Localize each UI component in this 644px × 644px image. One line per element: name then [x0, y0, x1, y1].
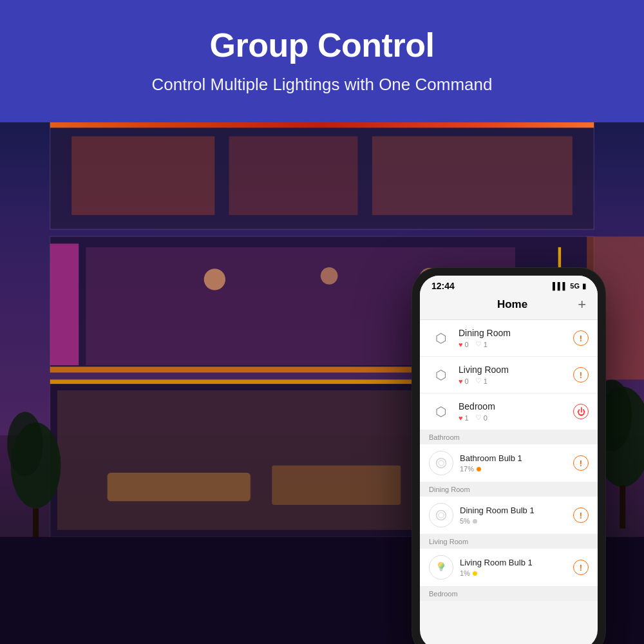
svg-point-27 [439, 460, 444, 466]
dining-bulb-item[interactable]: Dining Room Bulb 1 5% ! [420, 497, 598, 535]
red-dot-icon: ♥ [459, 341, 463, 348]
signal-icon: ▌▌▌ [553, 282, 567, 290]
living-bulb-icon [429, 555, 453, 580]
svg-rect-1 [50, 122, 594, 128]
nav-title: Home [497, 298, 527, 311]
dining-bulb-name: Dining Room Bulb 1 [460, 506, 573, 515]
living-red-count: 0 [465, 377, 469, 385]
svg-point-8 [204, 269, 225, 290]
living-bulb-name: Living Room Bulb 1 [460, 558, 573, 567]
living-status-dot [473, 571, 477, 576]
svg-rect-4 [372, 137, 573, 215]
bedroom-power-button[interactable]: ⏻ [573, 404, 589, 419]
room-item-living[interactable]: ⬡ Living Room ♥ 0 ♡ [420, 357, 598, 393]
dining-stat-red: ♥ 0 [459, 340, 469, 348]
dining-room-name: Dining Room [459, 328, 573, 338]
phone-screen: 12:44 ▌▌▌ 5G ▮ Home + [420, 276, 598, 644]
page-wrapper: Group Control Control Multiple Lightings… [0, 0, 644, 644]
dining-room-alert-button[interactable]: ! [573, 330, 589, 346]
svg-rect-3 [229, 137, 358, 215]
gray-dot-icon2: ♡ [475, 377, 482, 385]
svg-rect-6 [50, 243, 79, 365]
bedroom-gray-count: 0 [484, 414, 488, 422]
living-gray-count: 1 [484, 377, 488, 385]
phone-body: 12:44 ▌▌▌ 5G ▮ Home + [412, 268, 605, 644]
dining-gray-count: 1 [484, 341, 488, 348]
svg-rect-22 [620, 486, 625, 529]
dining-bulb-info: Dining Room Bulb 1 5% [460, 506, 573, 525]
gray-dot-icon: ♡ [475, 340, 482, 348]
gray-dot-icon3: ♡ [475, 413, 482, 422]
bedroom-stat-gray: ♡ 0 [475, 413, 488, 422]
living-stat-gray: ♡ 1 [475, 377, 488, 385]
status-time: 12:44 [431, 281, 455, 291]
living-bulb-status: 1% [460, 569, 573, 577]
house-section: 12:44 ▌▌▌ 5G ▮ Home + [0, 122, 644, 644]
living-room-stats: ♥ 0 ♡ 1 [459, 377, 573, 385]
dining-stat-gray: ♡ 1 [475, 340, 488, 348]
bulb-outline-svg [435, 457, 448, 469]
living-bulb-item[interactable]: Living Room Bulb 1 1% ! [420, 549, 598, 587]
svg-point-29 [439, 513, 444, 518]
phone-mockup: 12:44 ▌▌▌ 5G ▮ Home + [412, 268, 605, 644]
bathroom-section-header: Bathroom [420, 430, 598, 444]
bedroom-red-count: 1 [465, 414, 469, 422]
bathroom-bulb-status: 17% [460, 465, 573, 473]
header-section: Group Control Control Multiple Lightings… [0, 0, 644, 114]
bedroom-name: Bedroom [459, 401, 573, 412]
bedroom-info: Bedroom ♥ 1 ♡ 0 [459, 401, 573, 422]
svg-point-28 [437, 511, 446, 520]
bedroom-section-header: Bedroom [420, 587, 598, 601]
svg-rect-30 [440, 569, 443, 571]
bathroom-status-dot [477, 467, 481, 471]
dining-room-stats: ♥ 0 ♡ 1 [459, 340, 573, 348]
dining-bulb-percent: 5% [460, 517, 470, 525]
room-item-bedroom[interactable]: ⬡ Bedroom ♥ 1 ♡ [420, 393, 598, 430]
room-item-dining[interactable]: ⬡ Dining Room ♥ 0 ♡ [420, 320, 598, 357]
svg-rect-15 [108, 473, 251, 501]
dining-red-count: 0 [465, 341, 469, 348]
living-bulb-percent: 1% [460, 569, 470, 577]
room-list: ⬡ Dining Room ♥ 0 ♡ [420, 320, 598, 430]
dining-room-info: Dining Room ♥ 0 ♡ 1 [459, 328, 573, 348]
red-dot-icon3: ♥ [459, 414, 463, 422]
bathroom-bulb-alert[interactable]: ! [573, 455, 589, 471]
network-label: 5G [570, 282, 580, 290]
bathroom-bulb-icon [429, 451, 453, 475]
living-bulb-svg [435, 561, 448, 574]
living-bulb-info: Living Room Bulb 1 1% [460, 558, 573, 577]
svg-point-9 [321, 267, 338, 285]
red-dot-icon2: ♥ [459, 377, 463, 385]
add-button[interactable]: + [578, 296, 586, 313]
bathroom-bulb-item[interactable]: Bathroom Bulb 1 17% ! [420, 444, 598, 482]
page-title: Group Control [13, 26, 631, 64]
svg-point-26 [437, 459, 446, 468]
living-stat-red: ♥ 0 [459, 377, 469, 385]
bedroom-stats: ♥ 1 ♡ 0 [459, 413, 573, 422]
status-icons: ▌▌▌ 5G ▮ [553, 282, 586, 290]
svg-rect-16 [272, 466, 401, 505]
living-room-info: Living Room ♥ 0 ♡ 1 [459, 365, 573, 385]
app-nav-bar: Home + [420, 294, 598, 320]
living-room-alert-button[interactable]: ! [573, 367, 589, 383]
living-bulb-alert[interactable]: ! [573, 560, 589, 575]
svg-point-20 [7, 412, 43, 476]
dining-bulb-icon [429, 503, 453, 527]
dining-bulb-alert[interactable]: ! [573, 507, 589, 523]
bathroom-bulb-info: Bathroom Bulb 1 17% [460, 453, 573, 473]
bedroom-stat-red: ♥ 1 [459, 413, 469, 422]
status-bar: 12:44 ▌▌▌ 5G ▮ [420, 276, 598, 294]
dining-bulb-svg [435, 509, 448, 522]
living-room-name: Living Room [459, 365, 573, 375]
dining-room-icon: ⬡ [429, 327, 452, 350]
bathroom-bulb-name: Bathroom Bulb 1 [460, 453, 573, 463]
bathroom-bulb-percent: 17% [460, 465, 474, 473]
svg-rect-2 [71, 137, 214, 215]
dining-status-dot [473, 519, 477, 524]
dining-bulb-status: 5% [460, 517, 573, 525]
dining-section-header: Dining Room [420, 482, 598, 497]
bedroom-icon: ⬡ [429, 400, 452, 423]
living-room-icon: ⬡ [429, 363, 452, 386]
svg-rect-31 [440, 570, 442, 571]
battery-icon: ▮ [582, 282, 586, 290]
